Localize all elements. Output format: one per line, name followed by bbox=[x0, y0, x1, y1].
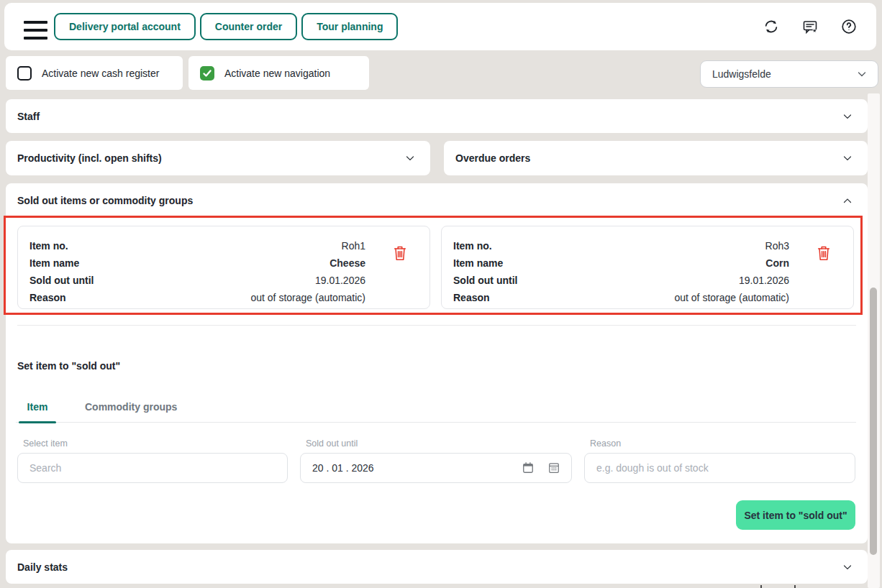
trash-icon bbox=[392, 244, 408, 262]
header-nav-buttons: Delivery portal account Counter order To… bbox=[54, 13, 398, 40]
reason-label: Reason bbox=[29, 289, 66, 306]
delivery-portal-account-button[interactable]: Delivery portal account bbox=[54, 13, 196, 40]
select-item-search-input[interactable] bbox=[18, 462, 287, 474]
reason-input[interactable] bbox=[585, 462, 855, 474]
trash-icon bbox=[816, 244, 832, 262]
sold-out-section: Sold out items or commodity groups Item … bbox=[6, 183, 868, 543]
reason-field-label: Reason bbox=[590, 438, 621, 449]
sold-out-until-label: Sold out until bbox=[453, 272, 517, 289]
reason-value: out of storage (automatic) bbox=[674, 289, 789, 306]
chevron-down-icon bbox=[856, 68, 868, 80]
tab-commodity-groups[interactable]: Commodity groups bbox=[85, 392, 177, 422]
refresh-icon[interactable] bbox=[763, 18, 780, 35]
chevron-down-icon[interactable] bbox=[842, 152, 853, 164]
chevron-down-icon[interactable] bbox=[404, 152, 416, 164]
calendar-grid-icon[interactable] bbox=[547, 461, 561, 475]
reason-label: Reason bbox=[453, 289, 490, 306]
select-item-label: Select item bbox=[23, 438, 68, 449]
item-no-value: Roh1 bbox=[342, 237, 365, 254]
item-name-label: Item name bbox=[29, 254, 79, 272]
overdue-orders-section-header[interactable]: Overdue orders bbox=[444, 141, 868, 175]
sold-out-until-field-label: Sold out until bbox=[306, 438, 358, 449]
cash-register-toggle-card[interactable]: Activate new cash register bbox=[6, 56, 183, 90]
counter-order-button[interactable]: Counter order bbox=[200, 13, 297, 40]
sold-out-until-value: 19.01.2026 bbox=[315, 272, 365, 289]
item-name-value: Corn bbox=[765, 254, 789, 272]
scrollbar-track[interactable] bbox=[868, 93, 880, 588]
chevron-up-icon[interactable] bbox=[842, 195, 853, 206]
sold-out-until-value: 19.01.2026 bbox=[739, 272, 789, 289]
set-item-heading: Set item to "sold out" bbox=[17, 360, 120, 372]
item-no-value: Roh3 bbox=[765, 237, 789, 254]
daily-stats-section-header[interactable]: Daily stats bbox=[6, 550, 868, 584]
hamburger-menu-icon[interactable] bbox=[24, 21, 47, 40]
navigation-checkbox[interactable] bbox=[200, 66, 214, 81]
cash-register-checkbox[interactable] bbox=[17, 66, 32, 81]
set-item-tabs: Item Commodity groups bbox=[16, 392, 856, 423]
navigation-label: Activate new navigation bbox=[224, 68, 330, 79]
sold-out-item-card: Item no.Roh3 Item nameCorn Sold out unti… bbox=[441, 226, 854, 309]
chevron-down-icon[interactable] bbox=[842, 111, 853, 122]
productivity-section-header[interactable]: Productivity (incl. open shifts) bbox=[6, 141, 430, 175]
calendar-outline-icon[interactable] bbox=[521, 461, 535, 475]
item-name-value: Cheese bbox=[329, 254, 365, 272]
staff-section-title: Staff bbox=[17, 111, 40, 122]
item-name-label: Item name bbox=[453, 254, 503, 272]
reason-value: out of storage (automatic) bbox=[250, 289, 365, 306]
checkmark-icon bbox=[202, 68, 212, 78]
item-no-label: Item no. bbox=[453, 237, 492, 254]
delete-item-button[interactable] bbox=[816, 244, 832, 262]
item-no-label: Item no. bbox=[29, 237, 68, 254]
chevron-down-icon[interactable] bbox=[842, 561, 853, 573]
tab-item[interactable]: Item bbox=[16, 392, 59, 422]
clipped-text-fragment bbox=[794, 585, 796, 588]
section-divider bbox=[17, 325, 856, 326]
select-item-field bbox=[17, 453, 288, 483]
set-item-sold-out-button[interactable]: Set item to "sold out" bbox=[736, 500, 855, 530]
location-dropdown[interactable]: Ludwigsfelde bbox=[700, 60, 878, 88]
reason-field bbox=[584, 453, 855, 483]
delete-item-button[interactable] bbox=[392, 244, 408, 262]
top-header-bar: Delivery portal account Counter order To… bbox=[4, 3, 876, 50]
date-input[interactable] bbox=[301, 462, 521, 474]
productivity-section-title: Productivity (incl. open shifts) bbox=[17, 152, 162, 164]
header-action-icons bbox=[763, 18, 858, 35]
cash-register-label: Activate new cash register bbox=[42, 68, 159, 79]
sold-out-until-field bbox=[300, 453, 572, 483]
daily-stats-section-title: Daily stats bbox=[17, 561, 68, 573]
staff-section-header[interactable]: Staff bbox=[6, 99, 868, 133]
tour-planning-button[interactable]: Tour planning bbox=[301, 13, 398, 40]
help-icon[interactable] bbox=[840, 18, 858, 35]
location-dropdown-value: Ludwigsfelde bbox=[712, 68, 771, 80]
sold-out-until-label: Sold out until bbox=[29, 272, 94, 289]
sold-out-section-title: Sold out items or commodity groups bbox=[17, 195, 193, 206]
clipped-text-fragment bbox=[760, 585, 762, 588]
scrollbar-thumb[interactable] bbox=[870, 288, 877, 555]
sold-out-item-card: Item no.Roh1 Item nameCheese Sold out un… bbox=[17, 226, 430, 309]
navigation-toggle-card[interactable]: Activate new navigation bbox=[188, 56, 369, 90]
overdue-orders-section-title: Overdue orders bbox=[455, 152, 530, 164]
feedback-icon[interactable] bbox=[801, 18, 819, 35]
